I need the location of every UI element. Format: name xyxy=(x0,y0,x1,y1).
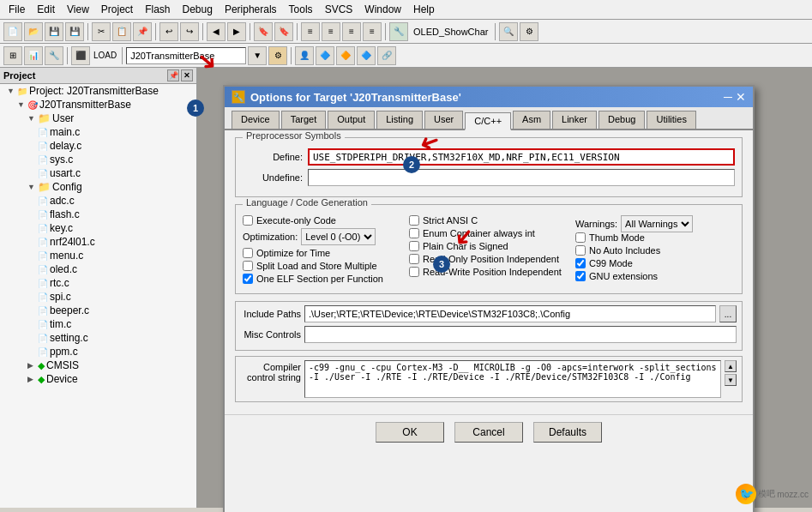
menu-tools[interactable]: Tools xyxy=(284,2,318,17)
tab-target[interactable]: Target xyxy=(281,111,327,129)
fwd-btn[interactable]: ▶ xyxy=(227,22,246,41)
defaults-button[interactable]: Defaults xyxy=(533,422,602,443)
cb-plain[interactable] xyxy=(409,241,419,251)
tree-nrf[interactable]: 📄 nrf24l01.c xyxy=(0,235,196,249)
tree-key[interactable]: 📄 key.c xyxy=(0,221,196,235)
tree-config-folder[interactable]: ▼ 📁 Config xyxy=(0,180,196,194)
menu-help[interactable]: Help xyxy=(408,2,440,17)
tb2-btn8[interactable]: 🔷 xyxy=(357,46,376,65)
include-browse-btn[interactable]: ... xyxy=(719,305,737,322)
tree-sys[interactable]: 📄 sys.c xyxy=(0,153,196,166)
settings-btn[interactable]: ⚙ xyxy=(520,22,538,41)
combo-dropdown[interactable]: ▼ xyxy=(248,46,267,65)
cb-ro-pos[interactable] xyxy=(409,254,419,264)
menu-peripherals[interactable]: Peripherals xyxy=(220,2,282,17)
back-btn[interactable]: ◀ xyxy=(207,22,226,41)
options-btn[interactable]: ⚙ xyxy=(268,46,287,65)
save-all-btn[interactable]: 💾 xyxy=(65,22,84,41)
cb-ansi[interactable] xyxy=(409,215,419,226)
tree-menu[interactable]: 📄 menu.c xyxy=(0,249,196,262)
tb2-btn2[interactable]: 📊 xyxy=(24,46,43,65)
misc-input[interactable] xyxy=(304,326,737,343)
dialog-minimize[interactable]: ─ xyxy=(724,90,732,104)
cut-btn[interactable]: ✂ xyxy=(92,22,111,41)
bookmark-btn[interactable]: 🔖 xyxy=(254,22,273,41)
tb2-btn4[interactable]: ⬛ xyxy=(71,46,90,65)
tb2-btn6[interactable]: 🔷 xyxy=(316,46,334,65)
tree-oled[interactable]: 📄 oled.c xyxy=(0,262,196,276)
tab-user[interactable]: User xyxy=(424,111,463,129)
menu-window[interactable]: Window xyxy=(359,2,406,17)
ok-button[interactable]: OK xyxy=(376,422,444,443)
copy-btn[interactable]: 📋 xyxy=(112,22,131,41)
menu-flash[interactable]: Flash xyxy=(140,2,175,17)
tree-main[interactable]: 📄 main.c xyxy=(0,125,196,139)
paste-btn[interactable]: 📌 xyxy=(133,22,152,41)
menu-svcs[interactable]: SVCS xyxy=(320,2,358,17)
tab-listing[interactable]: Listing xyxy=(376,111,423,129)
tab-utilities[interactable]: Utilities xyxy=(647,111,695,129)
tree-usart[interactable]: 📄 usart.c xyxy=(0,166,196,180)
save-btn[interactable]: 💾 xyxy=(45,22,63,41)
comment-btn[interactable]: ≡ xyxy=(342,22,361,41)
tree-spi[interactable]: 📄 spi.c xyxy=(0,290,196,304)
cb-gnu[interactable] xyxy=(575,271,586,281)
warnings-select[interactable]: All Warnings xyxy=(621,215,693,232)
tree-delay[interactable]: 📄 delay.c xyxy=(0,139,196,153)
cb-elf[interactable] xyxy=(243,274,253,284)
bookmark2-btn[interactable]: 🔖 xyxy=(274,22,293,41)
tab-linker[interactable]: Linker xyxy=(552,111,597,129)
define-input[interactable] xyxy=(308,148,735,166)
pin-icon[interactable]: 📌 xyxy=(167,69,179,81)
cb-rw-pos[interactable] xyxy=(409,267,419,277)
cancel-button[interactable]: Cancel xyxy=(454,422,523,443)
include-paths-input[interactable] xyxy=(304,305,716,322)
undefine-input[interactable] xyxy=(308,169,735,186)
open-btn[interactable]: 📂 xyxy=(24,22,43,41)
tree-setting[interactable]: 📄 setting.c xyxy=(0,331,196,345)
tree-cmsis[interactable]: ▶ ◆ CMSIS xyxy=(0,358,196,372)
build-btn[interactable]: 🔧 xyxy=(389,22,408,41)
menu-view[interactable]: View xyxy=(62,2,94,17)
tb2-btn5[interactable]: 👤 xyxy=(295,46,314,65)
tb2-btn1[interactable]: ⊞ xyxy=(3,46,22,65)
tree-target[interactable]: ▼ 🎯 J20TransmitterBase xyxy=(0,98,196,111)
opt-select[interactable]: Level 0 (-O0) xyxy=(301,228,376,245)
scroll-up-btn[interactable]: ▲ xyxy=(725,360,737,372)
tab-output[interactable]: Output xyxy=(328,111,375,129)
menu-debug[interactable]: Debug xyxy=(177,2,218,17)
target-combo[interactable] xyxy=(126,47,246,64)
tab-asm[interactable]: Asm xyxy=(513,111,550,129)
scroll-down-btn[interactable]: ▼ xyxy=(725,374,737,386)
dialog-close-btn[interactable]: ✕ xyxy=(736,90,746,104)
menu-project[interactable]: Project xyxy=(96,2,138,17)
tree-user-folder[interactable]: ▼ 📁 User xyxy=(0,111,196,125)
tree-tim[interactable]: 📄 tim.c xyxy=(0,317,196,331)
uncomment-btn[interactable]: ≡ xyxy=(363,22,382,41)
tb2-btn9[interactable]: 🔗 xyxy=(377,46,396,65)
cb-execute[interactable] xyxy=(243,215,253,226)
tree-rtc[interactable]: 📄 rtc.c xyxy=(0,276,196,290)
cb-opt-time[interactable] xyxy=(243,248,253,258)
menu-edit[interactable]: Edit xyxy=(32,2,60,17)
cb-split[interactable] xyxy=(243,261,253,271)
cb-enum[interactable] xyxy=(409,228,419,238)
menu-file[interactable]: File xyxy=(3,2,30,17)
tree-ppm[interactable]: 📄 ppm.c xyxy=(0,345,196,358)
redo-btn[interactable]: ↪ xyxy=(180,22,199,41)
search-btn[interactable]: 🔍 xyxy=(499,22,518,41)
cb-no-auto[interactable] xyxy=(575,245,586,256)
tab-device[interactable]: Device xyxy=(232,111,280,129)
tree-adc[interactable]: 📄 adc.c xyxy=(0,194,196,208)
undo-btn[interactable]: ↩ xyxy=(159,22,178,41)
cb-thumb[interactable] xyxy=(575,232,586,243)
close-panel-icon[interactable]: ✕ xyxy=(181,69,193,81)
unindent-btn[interactable]: ≡ xyxy=(322,22,340,41)
tree-device[interactable]: ▶ ◆ Device xyxy=(0,372,196,386)
tab-cpp[interactable]: C/C++ xyxy=(465,112,511,130)
tb2-btn7[interactable]: 🔶 xyxy=(336,46,355,65)
indent-btn[interactable]: ≡ xyxy=(301,22,320,41)
tree-beeper[interactable]: 📄 beeper.c xyxy=(0,304,196,317)
tree-project-root[interactable]: ▼ 📁 Project: J20TransmitterBase xyxy=(0,84,196,98)
compiler-textarea[interactable]: -c99 -gnu_c -cpu Cortex-M3 -D__ MICROLIB… xyxy=(304,360,721,398)
